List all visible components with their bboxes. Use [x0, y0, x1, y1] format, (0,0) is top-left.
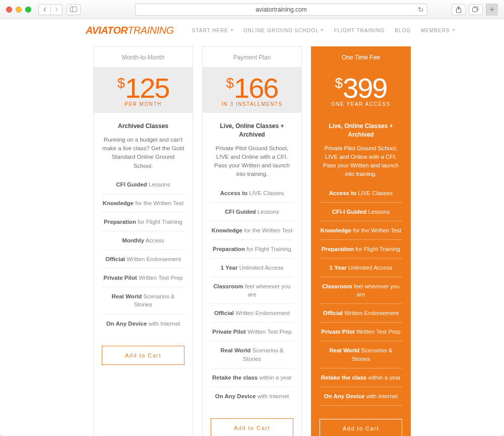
feature-bold: Knowledge	[321, 227, 351, 233]
plan-description: Running on a budget and can't make a liv…	[102, 136, 184, 170]
feature-list: Access to LIVE ClassesCFI-I Guided Lesso…	[320, 184, 402, 406]
pricing-plans: Month-to-Month$125PER MONTHArchived Clas…	[0, 46, 504, 436]
feature-text: with Internet	[256, 393, 289, 399]
plan-headline: Live, Online Classes + Archived	[320, 122, 402, 139]
feature-list: Access to LIVE ClassesCFI Guided Lessons…	[211, 184, 293, 405]
plan-body: Archived ClassesRunning on a budget and …	[94, 113, 193, 343]
feature-item: 1 Year Unlimited Access	[320, 259, 402, 277]
nav-label: ONLINE GROUND SCHOOL	[243, 28, 319, 33]
feature-text: Written Test Prep	[355, 329, 401, 335]
plan-body: Live, Online Classes + ArchivedPrivate P…	[203, 113, 301, 415]
plan-headline: Archived Classes	[102, 122, 184, 131]
feature-text: with Internet	[147, 321, 180, 327]
feature-item: Official Written Endorsement	[102, 250, 184, 269]
feature-text: Written Test Prep	[137, 275, 183, 281]
feature-item: Access to LIVE Classes	[320, 184, 402, 203]
feature-text: Written Endorsement	[234, 310, 290, 316]
feature-bold: Private Pilot	[103, 275, 137, 281]
nav-item[interactable]: BLOG	[395, 28, 411, 33]
feature-bold: Real World	[220, 347, 250, 353]
feature-item: Monthly Access	[102, 231, 184, 250]
plan-price-box: $166IN 3 INSTALLMENTS	[203, 67, 301, 113]
feature-bold: Preparation	[213, 246, 245, 252]
plan-title: Month-to-Month	[94, 47, 193, 67]
feature-item: Real World Scenarios & Stories	[102, 287, 184, 314]
nav-item[interactable]: START HERE	[192, 28, 233, 33]
feature-bold: 1 Year	[330, 265, 347, 271]
forward-button[interactable]	[50, 4, 62, 15]
site-logo[interactable]: AVIATORTRAINING	[86, 25, 174, 36]
price-subtitle: IN 3 INSTALLMENTS	[203, 101, 301, 107]
feature-text: within a year	[366, 375, 401, 381]
feature-text: for Flight Training	[245, 246, 291, 252]
nav-item[interactable]: FLIGHT TRAINING	[334, 28, 385, 33]
logo-bold: AVIATOR	[86, 25, 128, 36]
minimize-window-icon[interactable]	[16, 7, 22, 13]
feature-list: CFI Guided LessonsKnowledge for the Writ…	[102, 175, 184, 333]
feature-bold: Real World	[329, 347, 359, 353]
feature-bold: Access to	[329, 190, 356, 196]
feature-bold: 1 Year	[221, 265, 238, 271]
feature-text: Lessons	[366, 209, 390, 215]
reload-icon[interactable]: ↻	[418, 6, 424, 14]
toolbar-right: +	[452, 4, 498, 16]
feature-item: CFI Guided Lessons	[211, 203, 293, 221]
feature-item: CFI-I Guided Lessons	[320, 203, 402, 221]
feature-text: feel wherever you are	[243, 283, 291, 297]
page-content: Month-to-Month$125PER MONTHArchived Clas…	[0, 41, 504, 436]
price-subtitle: PER MONTH	[94, 101, 193, 107]
feature-text: LIVE Classes	[356, 190, 393, 196]
currency-symbol: $	[335, 76, 343, 90]
new-tab-button[interactable]: +	[486, 4, 498, 16]
feature-item: Knowledge for the Written Test	[102, 194, 184, 213]
maximize-window-icon[interactable]	[25, 7, 31, 13]
chevron-down-icon	[452, 29, 455, 31]
nav-item[interactable]: ONLINE GROUND SCHOOL	[243, 28, 324, 33]
currency-symbol: $	[117, 76, 125, 90]
feature-bold: Monthly	[122, 237, 144, 243]
feature-bold: Private Pilot	[321, 329, 354, 335]
feature-item: Knowledge for the Written Test	[211, 221, 293, 240]
feature-bold: Official	[105, 256, 125, 262]
feature-bold: CFI Guided	[116, 181, 147, 188]
feature-bold: Knowledge	[103, 200, 134, 206]
nav-item[interactable]: MEMBERS	[421, 28, 455, 33]
close-window-icon[interactable]	[6, 7, 12, 13]
plan-title: One Time Fee	[311, 47, 410, 67]
window-controls	[6, 7, 31, 13]
feature-bold: Classroom	[213, 283, 243, 289]
add-to-cart-button[interactable]: Add to Cart	[211, 418, 293, 436]
plan-description: Private Pilot Ground School, LIVE and On…	[320, 144, 402, 179]
address-bar[interactable]: aviatortraining.com ↻	[135, 4, 427, 16]
main-nav: START HEREONLINE GROUND SCHOOLFLIGHT TRA…	[192, 28, 455, 33]
pricing-plan: Payment Plan$166IN 3 INSTALLMENTSLive, O…	[202, 46, 302, 436]
add-to-cart-button[interactable]: Add to Cart	[320, 419, 402, 436]
feature-text: Written Endorsement	[343, 310, 399, 316]
back-button[interactable]	[38, 4, 50, 15]
chevron-down-icon	[321, 29, 324, 31]
feature-item: Preparation for Flight Training	[211, 240, 293, 259]
feature-item: 1 Year Unlimited Access	[211, 259, 293, 277]
feature-bold: Official	[214, 310, 234, 316]
share-button[interactable]	[452, 4, 466, 15]
sidebar-button[interactable]	[67, 4, 81, 15]
feature-bold: Private Pilot	[212, 329, 245, 335]
add-to-cart-button[interactable]: Add to Cart	[102, 346, 184, 365]
nav-label: MEMBERS	[421, 28, 450, 33]
feature-item: Access to LIVE Classes	[211, 184, 293, 203]
tabs-button[interactable]	[469, 4, 483, 15]
feature-text: Unlimited Access	[237, 265, 283, 271]
feature-text: within a year	[258, 375, 292, 381]
site-header: AVIATORTRAINING START HEREONLINE GROUND …	[0, 19, 504, 41]
feature-text: for the Written Test	[242, 227, 292, 233]
url-text: aviatortraining.com	[256, 6, 306, 13]
pricing-plan: One Time Fee$399ONE YEAR ACCESSLive, Onl…	[311, 46, 411, 436]
feature-text: Written Endorsement	[125, 256, 181, 262]
price-subtitle: ONE YEAR ACCESS	[311, 101, 410, 107]
feature-text: feel wherever you are	[352, 283, 400, 297]
feature-text: for Flight Training	[354, 246, 400, 252]
browser-toolbar: aviatortraining.com ↻ +	[0, 0, 504, 19]
page-viewport[interactable]: AVIATORTRAINING START HEREONLINE GROUND …	[0, 19, 504, 436]
feature-item: Private Pilot Written Test Prep	[102, 269, 184, 287]
feature-bold: Classroom	[322, 283, 352, 289]
